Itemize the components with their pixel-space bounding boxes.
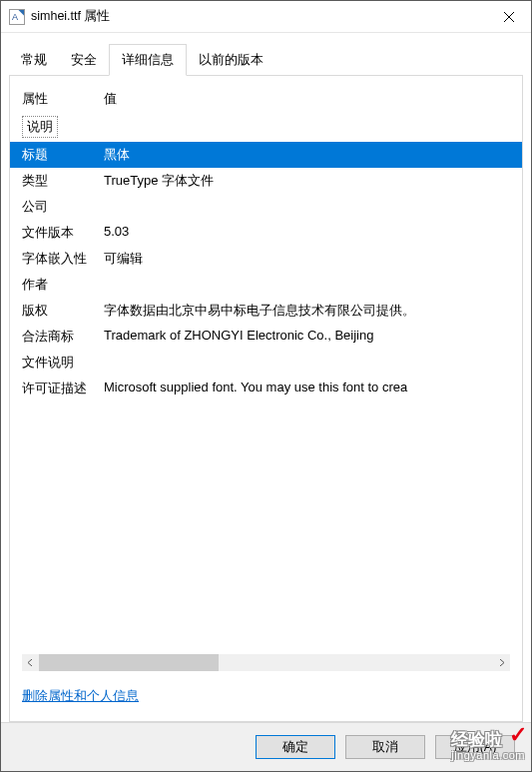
prop-value bbox=[104, 354, 510, 372]
details-panel: 属性 值 说明 标题 黑体 类型 TrueType 字体文件 公司 文件版本 5… bbox=[9, 75, 523, 722]
header-value[interactable]: 值 bbox=[104, 90, 510, 108]
prop-value: TrueType 字体文件 bbox=[104, 172, 510, 190]
window-title: simhei.ttf 属性 bbox=[31, 8, 111, 25]
ok-button[interactable]: 确定 bbox=[256, 735, 335, 759]
prop-name: 字体嵌入性 bbox=[22, 250, 104, 268]
prop-value: Trademark of ZHONGYI Electronic Co., Bei… bbox=[104, 328, 510, 346]
property-list: 标题 黑体 类型 TrueType 字体文件 公司 文件版本 5.03 字体嵌入… bbox=[10, 142, 522, 654]
prop-name: 版权 bbox=[22, 302, 104, 320]
row-type[interactable]: 类型 TrueType 字体文件 bbox=[10, 168, 522, 194]
properties-dialog: simhei.ttf 属性 常规 安全 详细信息 以前的版本 属性 值 说明 标… bbox=[0, 0, 532, 772]
column-headers: 属性 值 bbox=[10, 86, 522, 116]
horizontal-scrollbar[interactable] bbox=[22, 654, 510, 671]
row-trademark[interactable]: 合法商标 Trademark of ZHONGYI Electronic Co.… bbox=[10, 324, 522, 350]
row-license-description[interactable]: 许可证描述 Microsoft supplied font. You may u… bbox=[10, 376, 522, 401]
dialog-buttons: 确定 取消 应用(A) bbox=[1, 722, 531, 771]
prop-value: 可编辑 bbox=[104, 250, 510, 268]
prop-name: 许可证描述 bbox=[22, 380, 104, 397]
close-icon bbox=[504, 12, 514, 22]
row-title[interactable]: 标题 黑体 bbox=[10, 142, 522, 168]
cancel-button[interactable]: 取消 bbox=[345, 735, 425, 759]
prop-value: 5.03 bbox=[104, 224, 510, 242]
apply-button[interactable]: 应用(A) bbox=[435, 735, 515, 759]
prop-name: 标题 bbox=[22, 146, 104, 164]
tab-strip: 常规 安全 详细信息 以前的版本 bbox=[1, 33, 531, 75]
scroll-track[interactable] bbox=[39, 654, 493, 671]
scroll-right-button[interactable] bbox=[493, 654, 510, 671]
chevron-left-icon bbox=[27, 659, 34, 666]
prop-name: 合法商标 bbox=[22, 328, 104, 346]
prop-name: 类型 bbox=[22, 172, 104, 190]
chevron-right-icon bbox=[498, 659, 505, 666]
remove-properties-link[interactable]: 删除属性和个人信息 bbox=[22, 688, 139, 703]
prop-value: Microsoft supplied font. You may use thi… bbox=[104, 380, 510, 397]
header-property[interactable]: 属性 bbox=[22, 90, 104, 108]
prop-name: 作者 bbox=[22, 276, 104, 294]
prop-name: 公司 bbox=[22, 198, 104, 216]
prop-name: 文件说明 bbox=[22, 354, 104, 372]
tab-general[interactable]: 常规 bbox=[9, 45, 59, 75]
tab-security[interactable]: 安全 bbox=[59, 45, 109, 75]
link-row: 删除属性和个人信息 bbox=[22, 687, 510, 705]
row-file-version[interactable]: 文件版本 5.03 bbox=[10, 220, 522, 246]
row-copyright[interactable]: 版权 字体数据由北京中易中标电子信息技术有限公司提供。 bbox=[10, 298, 522, 324]
row-file-description[interactable]: 文件说明 bbox=[10, 350, 522, 376]
prop-value: 黑体 bbox=[104, 146, 510, 164]
tab-previous-versions[interactable]: 以前的版本 bbox=[187, 45, 275, 75]
row-font-embedding[interactable]: 字体嵌入性 可编辑 bbox=[10, 246, 522, 272]
scroll-thumb[interactable] bbox=[39, 654, 219, 671]
group-description-label: 说明 bbox=[22, 116, 58, 138]
scroll-left-button[interactable] bbox=[22, 654, 39, 671]
prop-name: 文件版本 bbox=[22, 224, 104, 242]
group-description: 说明 bbox=[22, 116, 510, 138]
tab-details[interactable]: 详细信息 bbox=[109, 44, 187, 76]
prop-value bbox=[104, 198, 510, 216]
titlebar: simhei.ttf 属性 bbox=[1, 1, 531, 33]
prop-value: 字体数据由北京中易中标电子信息技术有限公司提供。 bbox=[104, 302, 510, 320]
row-company[interactable]: 公司 bbox=[10, 194, 522, 220]
prop-value bbox=[104, 276, 510, 294]
file-icon bbox=[9, 9, 25, 25]
close-button[interactable] bbox=[486, 1, 531, 33]
row-author[interactable]: 作者 bbox=[10, 272, 522, 298]
